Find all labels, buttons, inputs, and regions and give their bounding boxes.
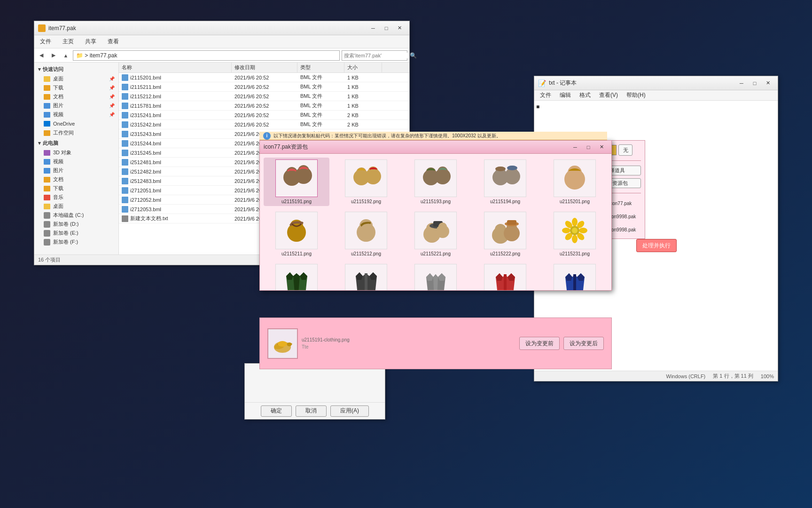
execute-button[interactable]: 处理并执行 (636, 239, 677, 252)
toolbar-home[interactable]: 主页 (61, 37, 76, 47)
sidebar-item-3d[interactable]: 3D 对象 (34, 148, 118, 157)
sidebar-item-videos[interactable]: 视频 📌 (34, 110, 118, 119)
sidebar-item-workspace[interactable]: 工作空间 (34, 128, 118, 137)
file-name: i2115211.bml (130, 84, 161, 90)
menu-edit[interactable]: 编辑 (556, 90, 575, 100)
no-button[interactable]: 无 (618, 144, 632, 156)
explorer-toolbar: 文件 主页 共享 查看 (34, 35, 409, 48)
sidebar-quick-access-header[interactable]: ▾ 快速访问 (34, 64, 118, 74)
resource-thumb (275, 212, 318, 249)
resource-thumb (484, 212, 526, 249)
list-item[interactable]: u2115192.png (333, 158, 399, 206)
table-row[interactable]: i2115211.bml 2021/9/6 20:52 BML 文件 1 KB (119, 82, 409, 92)
table-row[interactable]: i2315242.bml 2021/9/6 20:52 BML 文件 2 KB (119, 120, 409, 129)
sidebar-item-onedrive[interactable]: OneDrive (34, 120, 118, 127)
list-item[interactable]: u2115212.png (333, 210, 399, 258)
sidebar-item-desktop2[interactable]: 桌面 (34, 202, 118, 211)
sidebar-item-downloads[interactable]: 下载 📌 (34, 83, 118, 92)
sidebar-item-desktop[interactable]: 桌面 📌 (34, 74, 118, 83)
close-button[interactable]: ✕ (393, 24, 406, 33)
list-item[interactable]: u2115242.png (333, 262, 399, 290)
col-size[interactable]: 大小 (344, 63, 382, 72)
list-item[interactable]: u2115245.png (542, 262, 608, 290)
forward-button[interactable]: ▶ (48, 50, 59, 61)
list-item[interactable]: u2115231.png (542, 210, 608, 258)
list-item[interactable]: u2115244.png (472, 262, 538, 290)
resource-minimize[interactable]: ─ (569, 143, 581, 152)
3d-icon (44, 150, 50, 156)
up-button[interactable]: ▲ (61, 50, 71, 61)
resource-maximize[interactable]: □ (582, 143, 594, 152)
table-row[interactable]: i2315241.bml 2021/9/6 20:52 BML 文件 2 KB (119, 111, 409, 120)
cancel-button[interactable]: 取消 (296, 405, 327, 417)
notepad-maximize[interactable]: □ (749, 79, 761, 88)
minimize-button[interactable]: ─ (367, 24, 379, 33)
resource-title: icon77.pak资源包 (264, 143, 308, 151)
resource-thumb (345, 159, 387, 197)
drive-c-icon (44, 212, 50, 219)
sidebar-item-downloads2[interactable]: 下载 (34, 184, 118, 193)
sidebar-item-documents[interactable]: 文档 📌 (34, 92, 118, 101)
sidebar-item-videos2[interactable]: 视频 (34, 157, 118, 166)
resource-thumb (345, 264, 387, 290)
list-item[interactable]: u2115193.png (403, 158, 468, 206)
toolbar-file[interactable]: 文件 (38, 37, 53, 47)
notepad-content-text: ■ (536, 103, 539, 110)
list-item[interactable]: u2115211.png (264, 210, 329, 258)
resource-close[interactable]: ✕ (595, 143, 608, 152)
sidebar-item-drive-d[interactable]: 新加卷 (D:) (34, 220, 118, 229)
sidebar-this-pc-header[interactable]: ▾ 此电脑 (34, 138, 118, 148)
sidebar-item-drive-e[interactable]: 新加卷 (E:) (34, 229, 118, 238)
sidebar-quick-access: ▾ 快速访问 桌面 📌 下载 📌 文档 (34, 64, 118, 119)
documents-folder-icon (44, 94, 50, 100)
set-before-button[interactable]: 设为变更前 (519, 337, 560, 350)
resource-thumb (275, 159, 318, 197)
menu-file[interactable]: 文件 (536, 90, 555, 100)
sidebar-item-music[interactable]: 音乐 (34, 193, 118, 202)
menu-help[interactable]: 帮助(H) (623, 90, 649, 100)
notepad-close[interactable]: ✕ (762, 79, 774, 88)
file-name: i2712053.bml (130, 206, 161, 212)
list-item[interactable]: u2115241.png (264, 262, 329, 290)
explorer-icon (38, 24, 46, 32)
address-path[interactable]: 📁 > item77.pak (73, 50, 340, 61)
sidebar-item-documents2[interactable]: 文档 (34, 175, 118, 184)
search-input[interactable] (344, 53, 409, 58)
sidebar-item-pictures[interactable]: 图片 📌 (34, 101, 118, 110)
menu-view[interactable]: 查看(V) (595, 90, 622, 100)
list-item[interactable]: u2115201.png (542, 158, 608, 206)
confirm-button[interactable]: 确定 (261, 405, 292, 417)
sidebar-item-drive-f[interactable]: 新加卷 (F:) (34, 238, 118, 246)
list-item[interactable]: u2115221.png (403, 210, 468, 258)
music-label: 音乐 (53, 194, 63, 201)
toolbar-share[interactable]: 共享 (83, 37, 98, 47)
col-modified[interactable]: 修改日期 (232, 63, 297, 72)
table-row[interactable]: i2115781.bml 2021/9/6 20:52 BML 文件 1 KB (119, 101, 409, 111)
resource-label: u2115191.png (281, 199, 312, 204)
col-type[interactable]: 类型 (297, 63, 344, 72)
table-row[interactable]: i2115212.bml 2021/9/6 20:52 BML 文件 1 KB (119, 92, 409, 101)
documents2-icon (44, 177, 50, 183)
file-icon (122, 121, 128, 128)
back-button[interactable]: ◀ (36, 50, 47, 61)
sidebar-item-pictures2[interactable]: 图片 (34, 166, 118, 175)
toolbar-view[interactable]: 查看 (106, 37, 121, 47)
list-item[interactable]: u2115194.png (472, 158, 538, 206)
apply-button[interactable]: 应用(A) (330, 405, 369, 417)
sidebar-item-drive-c[interactable]: 本地磁盘 (C:) (34, 211, 118, 220)
table-row[interactable]: i2115201.bml 2021/9/6 20:52 BML 文件 1 KB (119, 73, 409, 82)
notepad-minimize[interactable]: ─ (735, 79, 748, 88)
list-item[interactable]: u2115243.png (403, 262, 468, 290)
status-text: 16 个项目 (38, 256, 61, 263)
set-after-button[interactable]: 设为变更后 (563, 337, 604, 350)
menu-format[interactable]: 格式 (576, 90, 594, 100)
file-name-cell: i2712051.bml (119, 187, 232, 194)
list-item[interactable]: u2115191.png (264, 158, 329, 206)
file-name: i2512481.bml (130, 159, 161, 165)
list-item[interactable]: u2115222.png (472, 210, 538, 258)
file-type: BML 文件 (297, 111, 344, 119)
maximize-button[interactable]: □ (380, 24, 392, 33)
col-name[interactable]: 名称 (119, 63, 232, 72)
svg-point-14 (507, 166, 517, 170)
file-type: BML 文件 (297, 74, 344, 81)
